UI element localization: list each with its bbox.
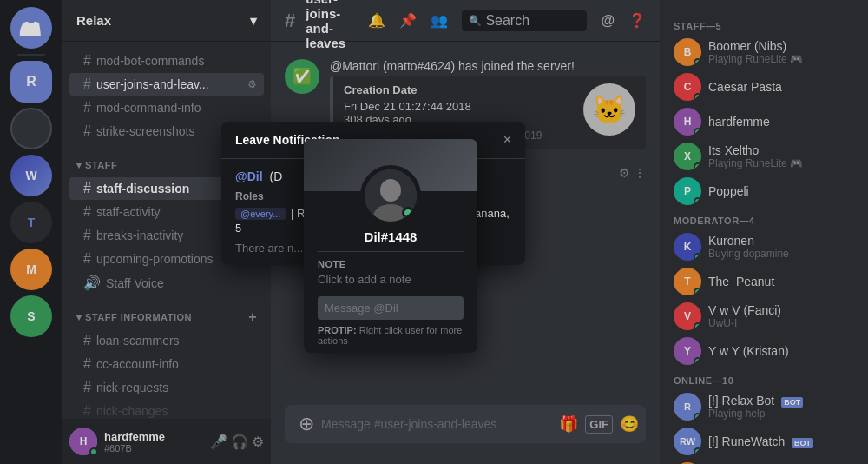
profile-protip: PROTIP: Right click user for more action… — [304, 320, 477, 353]
profile-avatar-wrap — [304, 165, 477, 226]
popup-close-button[interactable]: × — [503, 132, 511, 148]
profile-avatar — [360, 165, 421, 226]
role-tag: @every... — [235, 208, 286, 220]
profile-username: Dil#1448 — [304, 226, 477, 251]
popup-overlay: Leave Notification × @Dil (D Roles @ever… — [0, 0, 868, 464]
profile-message-input[interactable]: Message @Dil — [318, 296, 464, 320]
popup-user-label[interactable]: @Dil — [235, 169, 263, 183]
note-input[interactable]: Click to add a note — [318, 273, 464, 286]
protip-label: PROTIP: — [318, 325, 357, 335]
profile-card: Dil#1448 NOTE Click to add a note Messag… — [304, 139, 477, 353]
profile-online-dot — [402, 207, 414, 219]
note-label: NOTE — [318, 259, 464, 269]
profile-note-section: NOTE Click to add a note — [304, 252, 477, 293]
svg-point-1 — [380, 179, 401, 202]
popup-user-detail: (D — [270, 169, 283, 183]
